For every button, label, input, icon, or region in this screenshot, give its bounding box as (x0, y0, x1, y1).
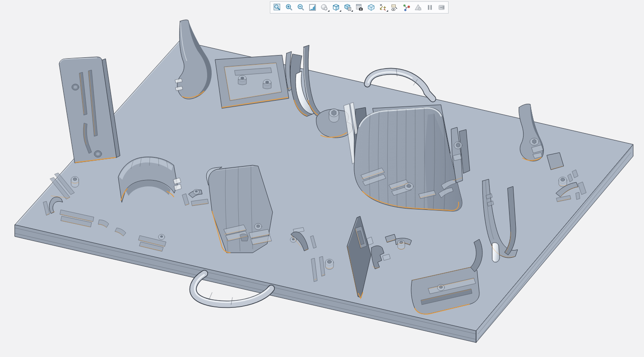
analysis-triangle-icon (414, 3, 422, 12)
resume-button[interactable] (436, 2, 447, 13)
3d-viewport[interactable] (0, 0, 644, 357)
perspective-view-button[interactable] (365, 2, 377, 13)
refit-icon (308, 3, 317, 12)
saved-orientations-button[interactable] (342, 2, 353, 13)
spin-center-icon (402, 3, 411, 12)
zoom-in-button[interactable] (283, 2, 295, 13)
datum-display-icon (379, 3, 387, 12)
zoom-out-icon (297, 3, 305, 12)
analysis-display-button[interactable] (412, 2, 424, 13)
zoom-region-button[interactable] (271, 2, 283, 13)
in-graphics-toolbar (270, 1, 449, 14)
resume-icon (437, 3, 446, 12)
pause-icon (426, 3, 434, 12)
zoom-out-button[interactable] (295, 2, 306, 13)
shading-sphere-icon (320, 3, 329, 12)
zoom-region-icon (273, 3, 282, 12)
annotation-display-icon (390, 3, 399, 12)
spin-center-button[interactable] (400, 2, 412, 13)
shading-mode-button[interactable] (318, 2, 330, 13)
refit-button[interactable] (306, 2, 318, 13)
cad-application-window (0, 0, 644, 357)
datum-display-filters-button[interactable] (377, 2, 389, 13)
zoom-in-icon (285, 3, 293, 12)
part-slotted-flat-plate[interactable] (59, 57, 120, 163)
display-style-cube-icon (332, 3, 340, 12)
saved-orientations-icon (343, 3, 352, 12)
view-manager-icon (355, 3, 364, 12)
pause-button[interactable] (424, 2, 436, 13)
display-style-button[interactable] (330, 2, 342, 13)
view-manager-button[interactable] (353, 2, 365, 13)
perspective-cube-icon (367, 3, 375, 12)
annotation-display-button[interactable] (389, 2, 400, 13)
